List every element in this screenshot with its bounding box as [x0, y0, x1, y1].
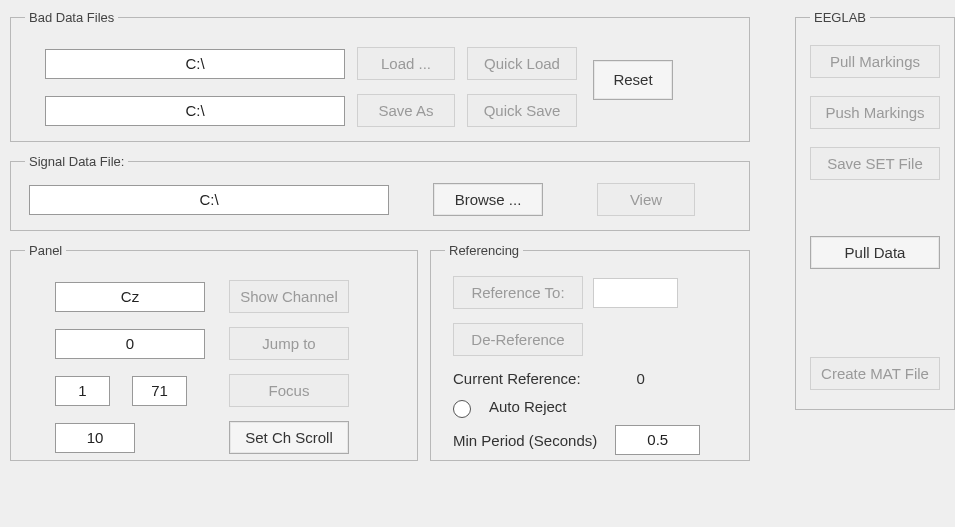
min-period-input[interactable]: 0.5: [615, 425, 700, 455]
de-reference-button[interactable]: De-Reference: [453, 323, 583, 356]
jump-value-input[interactable]: 0: [55, 329, 205, 359]
quick-save-button[interactable]: Quick Save: [467, 94, 577, 127]
pull-data-button[interactable]: Pull Data: [810, 236, 940, 269]
show-channel-button[interactable]: Show Channel: [229, 280, 349, 313]
auto-reject-label: Auto Reject: [489, 398, 567, 415]
bad-data-files-legend: Bad Data Files: [25, 10, 118, 25]
save-set-file-button[interactable]: Save SET File: [810, 147, 940, 180]
signal-data-file-legend: Signal Data File:: [25, 154, 128, 169]
eeglab-group: EEGLAB Pull Markings Push Markings Save …: [795, 10, 955, 410]
quick-load-button[interactable]: Quick Load: [467, 47, 577, 80]
load-button[interactable]: Load ...: [357, 47, 455, 80]
scroll-value-input[interactable]: 10: [55, 423, 135, 453]
panel-group: Panel Cz Show Channel 0 Jump to 1: [10, 243, 418, 461]
browse-button[interactable]: Browse ...: [433, 183, 543, 216]
set-ch-scroll-button[interactable]: Set Ch Scroll: [229, 421, 349, 454]
reset-button[interactable]: Reset: [593, 60, 673, 100]
save-as-button[interactable]: Save As: [357, 94, 455, 127]
reference-to-input[interactable]: [593, 278, 678, 308]
eeglab-legend: EEGLAB: [810, 10, 870, 25]
panel-legend: Panel: [25, 243, 66, 258]
signal-data-file-group: Signal Data File: C:\ Browse ... View: [10, 154, 750, 231]
jump-to-button[interactable]: Jump to: [229, 327, 349, 360]
referencing-legend: Referencing: [445, 243, 523, 258]
referencing-group: Referencing Reference To: De-Reference C…: [430, 243, 750, 461]
current-reference-label: Current Reference:: [453, 370, 581, 387]
bad-data-path2-input[interactable]: C:\: [45, 96, 345, 126]
focus-to-input[interactable]: 71: [132, 376, 187, 406]
signal-data-path-input[interactable]: C:\: [29, 185, 389, 215]
bad-data-path1-input[interactable]: C:\: [45, 49, 345, 79]
create-mat-file-button[interactable]: Create MAT File: [810, 357, 940, 390]
focus-button[interactable]: Focus: [229, 374, 349, 407]
view-button[interactable]: View: [597, 183, 695, 216]
bad-data-files-group: Bad Data Files C:\ Load ... Quick Load C…: [10, 10, 750, 142]
channel-input[interactable]: Cz: [55, 282, 205, 312]
current-reference-value: 0: [621, 370, 661, 387]
pull-markings-button[interactable]: Pull Markings: [810, 45, 940, 78]
focus-from-input[interactable]: 1: [55, 376, 110, 406]
push-markings-button[interactable]: Push Markings: [810, 96, 940, 129]
auto-reject-radio[interactable]: [453, 400, 471, 418]
min-period-label: Min Period (Seconds): [453, 432, 597, 449]
reference-to-button[interactable]: Reference To:: [453, 276, 583, 309]
